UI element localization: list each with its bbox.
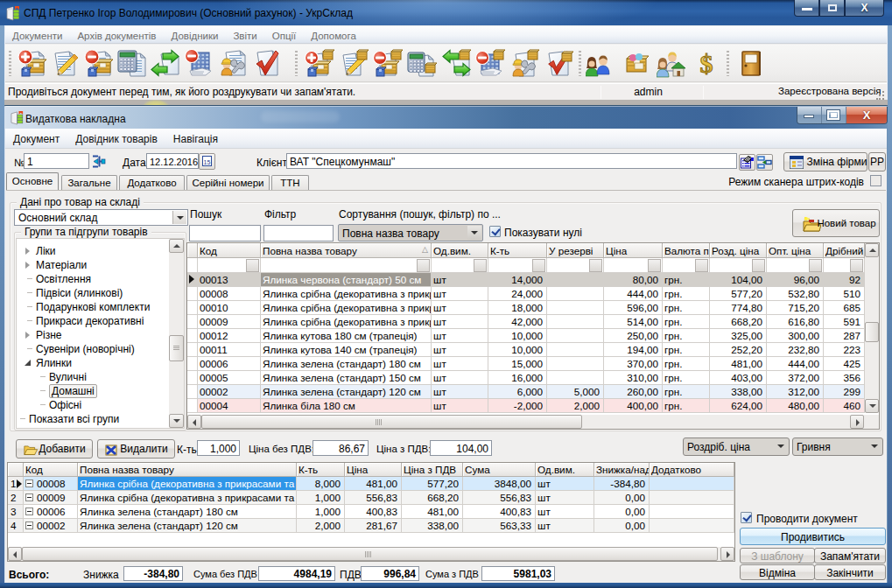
svg-text:$: $: [700, 49, 713, 78]
